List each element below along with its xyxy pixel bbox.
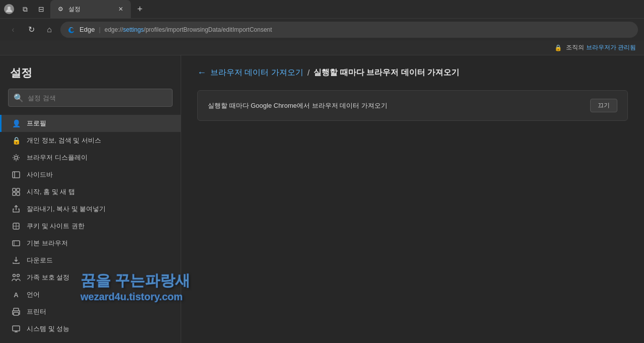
lock-nav-icon: 🔒 (12, 136, 21, 145)
sidebar-item-default[interactable]: 기본 브라우저 (0, 235, 181, 252)
language-icon: A (12, 290, 21, 299)
breadcrumb: ← 브라우저 데이터 가져오기 / 실행할 때마다 브라우저 데이터 가져오기 (197, 67, 628, 78)
lock-icon: 🔒 (554, 44, 562, 51)
printer-icon (12, 307, 21, 316)
start-icon (12, 187, 21, 196)
setting-row-label: 실행할 때마다 Google Chrome에서 브라우저 데이터 가져오기 (208, 101, 387, 110)
address-divider: | (99, 26, 100, 33)
address-url: edge://settings/profiles/importBrowsingD… (105, 26, 272, 33)
sidebar-item-display[interactable]: 브라우저 디스플레이 (0, 149, 181, 166)
tab-title: 설정 (68, 5, 117, 14)
addressbar: ‹ ↻ ⌂ Edge | edge://settings/profiles/im… (0, 18, 644, 40)
split-screen-btn[interactable]: ⊟ (34, 4, 48, 14)
sidebar-search[interactable]: 🔍 (8, 89, 173, 107)
svg-rect-5 (17, 188, 20, 191)
family-icon (12, 273, 21, 282)
tab-strip-btn[interactable]: ⧉ (18, 4, 32, 14)
sidebar-item-label: 시스템 및 성능 (27, 324, 69, 333)
sidebar-item-label: 가족 보호 설정 (27, 273, 69, 282)
search-input[interactable] (28, 94, 167, 102)
address-box[interactable]: Edge | edge://settings/profiles/importBr… (60, 22, 638, 38)
breadcrumb-separator: / (307, 68, 309, 78)
display-icon (12, 153, 21, 162)
svg-rect-2 (13, 172, 20, 178)
breadcrumb-current: 실행할 때마다 브라우저 데이터 가져오기 (313, 67, 459, 78)
address-path: /profiles/importBrowsingData/editImportC… (144, 26, 272, 33)
sidebar-item-label: 시작, 홈 및 새 탭 (27, 187, 75, 196)
svg-rect-16 (14, 312, 19, 315)
sidebar-item-sidebar[interactable]: 사이드바 (0, 166, 181, 183)
svg-rect-17 (13, 326, 20, 331)
content-area: ← 브라우저 데이터 가져오기 / 실행할 때마다 브라우저 데이터 가져오기 … (181, 55, 644, 343)
default-browser-icon (12, 239, 21, 248)
sidebar-item-printer[interactable]: 프린터 (0, 303, 181, 320)
refresh-button[interactable]: ↻ (24, 23, 38, 37)
sidebar-title: 설정 (0, 65, 181, 89)
svg-point-13 (13, 275, 16, 277)
downloads-icon (12, 256, 21, 265)
share-icon (12, 204, 21, 214)
sidebar-item-label: 다운로드 (27, 256, 53, 265)
svg-rect-6 (13, 192, 16, 195)
address-settings-part: settings (123, 26, 143, 33)
sidebar-item-privacy[interactable]: 🔒 개인 정보, 검색 및 서비스 (0, 132, 181, 149)
sidebar: 설정 🔍 👤 프로필 🔒 개인 정보, 검색 및 서비스 브라우저 디스플레이 (0, 55, 181, 343)
edge-logo-icon (67, 26, 75, 34)
breadcrumb-link[interactable]: 브라우저 데이터 가져오기 (210, 67, 303, 78)
managed-prefix: 조직의 (566, 43, 584, 52)
system-icon (12, 324, 21, 333)
sidebar-item-label: 언어 (27, 290, 40, 299)
sidebar-item-system[interactable]: 시스템 및 성능 (0, 320, 181, 337)
main-container: 설정 🔍 👤 프로필 🔒 개인 정보, 검색 및 서비스 브라우저 디스플레이 (0, 55, 644, 343)
sidebar-item-cookies[interactable]: 쿠키 및 사이트 권한 (0, 218, 181, 235)
titlebar: ⧉ ⊟ ⚙ 설정 ✕ + (0, 0, 644, 18)
svg-rect-7 (17, 192, 20, 195)
home-button[interactable]: ⌂ (42, 23, 56, 37)
address-brand: Edge (79, 26, 95, 33)
svg-point-14 (17, 275, 20, 277)
back-button[interactable]: ‹ (6, 23, 20, 37)
svg-rect-4 (13, 188, 16, 191)
sidebar-item-label: 프린터 (27, 307, 46, 316)
sidebar-item-family[interactable]: 가족 보호 설정 (0, 269, 181, 286)
sidebar-item-label: 개인 정보, 검색 및 서비스 (27, 136, 101, 145)
toggle-button[interactable]: 끄기 (590, 99, 617, 112)
sidebar-icon (12, 170, 21, 179)
managed-link[interactable]: 브라우저가 관리됨 (586, 43, 636, 52)
managed-bar: 🔒 조직의 브라우저가 관리됨 (0, 40, 644, 55)
avatar[interactable] (4, 4, 14, 14)
breadcrumb-back-button[interactable]: ← (197, 67, 206, 78)
svg-rect-15 (14, 308, 19, 311)
sidebar-item-share[interactable]: 잘라내기, 복사 및 붙여넣기 (0, 200, 181, 218)
svg-rect-11 (13, 241, 20, 246)
sidebar-item-downloads[interactable]: 다운로드 (0, 252, 181, 269)
sidebar-item-label: 기본 브라우저 (27, 239, 68, 248)
cookies-icon (12, 222, 21, 231)
sidebar-item-label: 프로필 (27, 119, 46, 128)
sidebar-item-label: 사이드바 (27, 170, 53, 179)
new-tab-button[interactable]: + (133, 2, 147, 16)
tab-area: ⚙ 설정 ✕ + (50, 0, 640, 18)
svg-point-1 (15, 156, 18, 159)
search-icon: 🔍 (14, 93, 24, 103)
tab-close-button[interactable]: ✕ (117, 5, 125, 13)
sidebar-item-profile[interactable]: 👤 프로필 (0, 115, 181, 132)
profile-icon: 👤 (12, 119, 21, 128)
sidebar-item-label: 브라우저 디스플레이 (27, 153, 88, 162)
sidebar-item-label: 잘라내기, 복사 및 붙여넣기 (27, 204, 106, 214)
tab-favicon: ⚙ (56, 5, 64, 13)
sidebar-item-language[interactable]: A 언어 (0, 286, 181, 303)
sidebar-item-start[interactable]: 시작, 홈 및 새 탭 (0, 183, 181, 200)
sidebar-item-label: 쿠키 및 사이트 권한 (27, 222, 85, 231)
active-tab[interactable]: ⚙ 설정 ✕ (50, 0, 131, 18)
setting-row: 실행할 때마다 Google Chrome에서 브라우저 데이터 가져오기 끄기 (197, 90, 628, 121)
